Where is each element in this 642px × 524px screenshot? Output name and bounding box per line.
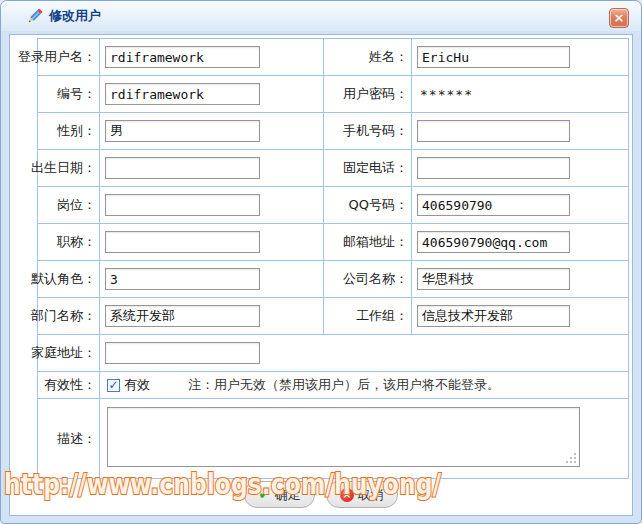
password-masked-value: ******: [420, 87, 473, 102]
form-row: 职称： 邮箱地址：: [38, 224, 628, 261]
ok-check-icon: ✔: [258, 487, 271, 502]
password-label: 用户密码：: [324, 76, 412, 112]
default-role-input[interactable]: [105, 268, 260, 290]
form-row: 岗位： QQ号码：: [38, 187, 628, 224]
validity-checkbox-label: 有效: [124, 376, 150, 394]
form-row: 登录用户名： 姓名：: [38, 39, 628, 76]
email-input[interactable]: [417, 231, 570, 253]
email-label: 邮箱地址：: [324, 224, 412, 260]
home-address-label: 家庭地址：: [38, 335, 100, 371]
birthdate-input[interactable]: [105, 157, 260, 179]
validity-label: 有效性：: [38, 372, 100, 398]
post-input[interactable]: [105, 194, 260, 216]
form-row: 编号： 用户密码： ******: [38, 76, 628, 113]
qq-label: QQ号码：: [324, 187, 412, 223]
mobile-input[interactable]: [417, 120, 570, 142]
mobile-label: 手机号码：: [324, 113, 412, 149]
form-row-address: 家庭地址：: [38, 335, 628, 372]
form-row: 默认角色： 公司名称：: [38, 261, 628, 298]
name-input[interactable]: [417, 46, 570, 68]
ok-button-label: 确定: [275, 486, 301, 504]
qq-input[interactable]: [417, 194, 570, 216]
name-label: 姓名：: [324, 39, 412, 75]
dialog-title: 修改用户: [49, 7, 101, 25]
validity-note: 注：用户无效（禁用该用户）后，该用户将不能登录。: [188, 376, 500, 394]
modify-user-dialog: 修改用户 × 登录用户名： 姓名： 编号： 用户密码： ****** 性别： 手…: [0, 0, 642, 524]
company-input[interactable]: [417, 268, 570, 290]
dialog-footer: ✔ 确定 × 取消: [10, 481, 632, 508]
gender-input[interactable]: [105, 120, 260, 142]
user-form-table: 登录用户名： 姓名： 编号： 用户密码： ****** 性别： 手机号码： 出生…: [37, 38, 629, 479]
login-username-label: 登录用户名：: [38, 39, 100, 75]
resize-grip-icon[interactable]: [574, 461, 576, 463]
ok-button[interactable]: ✔ 确定: [244, 481, 315, 508]
gender-label: 性别：: [38, 113, 100, 149]
cancel-button[interactable]: × 取消: [326, 481, 398, 508]
department-label: 部门名称：: [38, 298, 100, 334]
workgroup-label: 工作组：: [324, 298, 412, 334]
edit-pencil-icon: [25, 7, 44, 26]
form-row: 出生日期： 固定电话：: [38, 150, 628, 187]
form-row-description: 描述：: [38, 399, 628, 478]
dialog-titlebar[interactable]: 修改用户 ×: [1, 1, 641, 31]
job-title-label: 职称：: [38, 224, 100, 260]
close-icon: ×: [614, 10, 625, 25]
form-row-validity: 有效性： ✓ 有效 注：用户无效（禁用该用户）后，该用户将不能登录。: [38, 372, 628, 399]
dialog-body: 登录用户名： 姓名： 编号： 用户密码： ****** 性别： 手机号码： 出生…: [9, 34, 633, 516]
default-role-label: 默认角色：: [38, 261, 100, 297]
telephone-label: 固定电话：: [324, 150, 412, 186]
cancel-x-icon: ×: [340, 488, 354, 502]
department-input[interactable]: [105, 305, 260, 327]
telephone-input[interactable]: [417, 157, 570, 179]
description-textarea[interactable]: [107, 407, 580, 467]
post-label: 岗位：: [38, 187, 100, 223]
code-input[interactable]: [105, 83, 260, 105]
close-button[interactable]: ×: [609, 8, 629, 28]
birthdate-label: 出生日期：: [38, 150, 100, 186]
description-label: 描述：: [38, 399, 100, 478]
home-address-input[interactable]: [105, 342, 260, 364]
job-title-input[interactable]: [105, 231, 260, 253]
workgroup-input[interactable]: [417, 305, 570, 327]
form-row: 部门名称： 工作组：: [38, 298, 628, 335]
cancel-button-label: 取消: [358, 486, 384, 504]
validity-checkbox[interactable]: ✓: [107, 379, 120, 392]
login-username-input[interactable]: [105, 46, 260, 68]
form-row: 性别： 手机号码：: [38, 113, 628, 150]
code-label: 编号：: [38, 76, 100, 112]
company-label: 公司名称：: [324, 261, 412, 297]
